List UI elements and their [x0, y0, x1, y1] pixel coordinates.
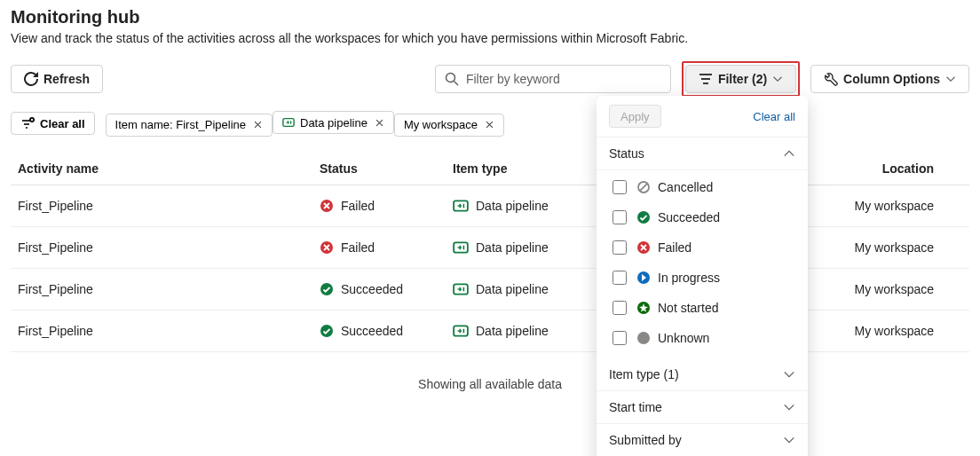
column-options-button[interactable]: Column Options	[810, 65, 969, 93]
filter-icon	[699, 72, 713, 86]
col-status[interactable]: Status	[312, 153, 446, 185]
svg-point-20	[637, 211, 650, 224]
filter-chip[interactable]: My workspace	[394, 114, 504, 137]
filter-option-notstarted[interactable]: Not started	[597, 293, 808, 323]
filter-label: Filter (2)	[718, 72, 767, 86]
filter-option-cancelled[interactable]: Cancelled	[597, 172, 808, 202]
chip-label: My workspace	[404, 118, 478, 131]
cell-item-type: Data pipeline	[446, 268, 597, 310]
cell-activity-name: First_Pipeline	[11, 268, 312, 310]
col-item-type[interactable]: Item type	[446, 153, 597, 185]
chevron-up-icon	[783, 147, 795, 160]
chevron-down-icon	[783, 401, 795, 413]
filter-section-start-time-label: Start time	[609, 400, 662, 414]
cell-status: Succeeded	[312, 310, 446, 351]
data-pipeline-icon	[453, 281, 469, 297]
apply-filter-button[interactable]: Apply	[609, 105, 661, 128]
chip-label: Data pipeline	[300, 116, 368, 130]
filter-option-unknown[interactable]: Unknown	[597, 323, 808, 353]
data-pipeline-icon	[453, 323, 469, 339]
clear-filter-icon	[20, 116, 35, 130]
data-pipeline-icon	[282, 116, 295, 129]
close-icon[interactable]	[253, 120, 263, 130]
search-input-wrap[interactable]	[435, 65, 671, 93]
panel-clear-all-link[interactable]: Clear all	[753, 110, 795, 123]
col-location[interactable]: Location	[827, 153, 969, 185]
cell-activity-name: First_Pipeline	[11, 226, 312, 268]
filter-checkbox[interactable]	[612, 271, 627, 285]
succeeded-icon	[636, 210, 651, 224]
filter-checkbox[interactable]	[612, 331, 627, 345]
filter-section-start-time[interactable]: Start time	[597, 391, 808, 423]
filter-option-label: Cancelled	[658, 180, 713, 194]
svg-point-24	[637, 332, 650, 344]
failed-icon	[320, 199, 334, 213]
filter-section-item-type-label: Item type (1)	[609, 367, 679, 381]
failed-icon	[636, 240, 651, 255]
filter-option-label: Failed	[658, 240, 692, 255]
close-icon[interactable]	[485, 120, 494, 130]
filter-button-highlight: Filter (2)	[682, 61, 800, 97]
cell-item-type: Data pipeline	[446, 310, 597, 351]
filter-chip[interactable]: Item name: First_Pipeline	[106, 114, 273, 137]
filter-checkbox[interactable]	[612, 210, 627, 224]
filter-section-status[interactable]: Status	[597, 138, 808, 170]
refresh-button[interactable]: Refresh	[11, 65, 103, 93]
chevron-down-icon	[783, 368, 795, 381]
filter-option-succeeded[interactable]: Succeeded	[597, 202, 808, 232]
svg-line-19	[640, 184, 647, 191]
table-row[interactable]: First_PipelineSucceededData pipeline3:42…	[11, 268, 969, 310]
cancelled-icon	[636, 180, 651, 194]
clear-all-label: Clear all	[40, 117, 85, 130]
cell-status: Failed	[312, 226, 446, 268]
column-options-label: Column Options	[843, 72, 940, 86]
unknown-icon	[636, 331, 651, 345]
filter-option-label: Unknown	[658, 331, 709, 345]
cell-location: My workspace	[827, 310, 969, 351]
table-row[interactable]: First_PipelineFailedData pipeline4:15 PM…	[11, 226, 969, 268]
notstarted-icon	[636, 301, 651, 315]
filter-option-failed[interactable]: Failed	[597, 232, 808, 263]
filter-checkbox[interactable]	[612, 301, 627, 315]
cell-item-type: Data pipeline	[446, 226, 597, 268]
cell-item-type: Data pipeline	[446, 185, 597, 226]
filter-option-label: In progress	[658, 271, 720, 285]
close-icon[interactable]	[375, 118, 384, 128]
filter-chip[interactable]: Data pipeline	[273, 111, 394, 134]
table-row[interactable]: First_PipelineSucceededData pipeline6:08…	[11, 310, 969, 351]
wrench-icon	[824, 72, 838, 86]
succeeded-icon	[320, 324, 334, 338]
refresh-label: Refresh	[43, 72, 90, 86]
svg-point-16	[320, 325, 333, 337]
search-input[interactable]	[464, 71, 661, 87]
table-footer-text: Showing all available data	[11, 352, 969, 416]
filter-checkbox[interactable]	[612, 240, 627, 255]
page-title: Monitoring hub	[11, 7, 969, 28]
succeeded-icon	[320, 282, 334, 296]
col-activity-name[interactable]: Activity name	[11, 153, 312, 185]
chip-label: Item name: First_Pipeline	[115, 118, 246, 131]
svg-point-14	[320, 283, 333, 295]
cell-location: My workspace	[827, 185, 969, 226]
data-pipeline-icon	[453, 198, 469, 214]
filter-option-inprogress[interactable]: In progress	[597, 263, 808, 293]
inprogress-icon	[636, 271, 651, 285]
filter-checkbox[interactable]	[612, 180, 627, 194]
chevron-down-icon	[945, 74, 956, 84]
clear-all-chips-button[interactable]: Clear all	[11, 112, 95, 135]
filter-option-label: Not started	[658, 301, 718, 315]
table-row[interactable]: First_PipelineFailedData pipeline3:40 PM…	[11, 185, 969, 226]
activities-table: Activity name Status Item type Start Loc…	[11, 153, 969, 352]
filter-option-label: Succeeded	[658, 210, 720, 224]
filter-panel: Apply Clear all Status CancelledSucceede…	[597, 96, 808, 423]
filter-section-item-type[interactable]: Item type (1)	[597, 358, 808, 391]
filter-section-status-label: Status	[609, 146, 644, 161]
filter-button[interactable]: Filter (2)	[685, 65, 796, 93]
cell-location: My workspace	[827, 226, 969, 268]
page-subtitle: View and track the status of the activit…	[11, 31, 969, 45]
cell-status: Failed	[312, 185, 446, 226]
search-icon	[445, 72, 459, 86]
cell-activity-name: First_Pipeline	[11, 310, 312, 351]
chevron-down-icon	[772, 74, 783, 84]
cell-status: Succeeded	[312, 268, 446, 310]
